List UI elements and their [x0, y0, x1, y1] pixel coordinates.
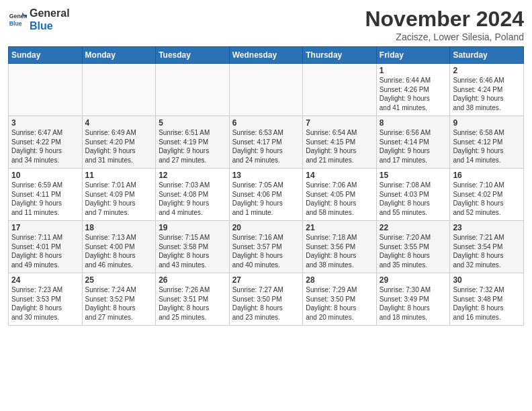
calendar-cell: 10Sunrise: 6:59 AMSunset: 4:11 PMDayligh… — [9, 169, 83, 221]
day-number: 21 — [306, 223, 373, 232]
day-number: 27 — [232, 275, 300, 285]
cell-content: Sunrise: 6:46 AMSunset: 4:24 PMDaylight:… — [453, 76, 521, 112]
calendar-cell: 30Sunrise: 7:32 AMSunset: 3:48 PMDayligh… — [450, 273, 524, 326]
calendar-cell: 14Sunrise: 7:06 AMSunset: 4:05 PMDayligh… — [303, 169, 377, 221]
cell-content: Sunrise: 6:51 AMSunset: 4:19 PMDaylight:… — [159, 128, 226, 165]
day-number: 25 — [85, 275, 153, 285]
month-title: November 2024 — [365, 7, 524, 32]
title-block: November 2024 Zacisze, Lower Silesia, Po… — [365, 7, 524, 42]
header-row: SundayMondayTuesdayWednesdayThursdayFrid… — [9, 47, 524, 64]
day-number: 29 — [380, 275, 447, 285]
calendar-cell: 22Sunrise: 7:20 AMSunset: 3:55 PMDayligh… — [376, 221, 450, 273]
calendar-cell: 26Sunrise: 7:26 AMSunset: 3:51 PMDayligh… — [156, 273, 230, 326]
cell-content: Sunrise: 7:23 AMSunset: 3:53 PMDaylight:… — [11, 285, 79, 322]
calendar-cell: 19Sunrise: 7:15 AMSunset: 3:58 PMDayligh… — [156, 221, 230, 273]
calendar-cell: 13Sunrise: 7:05 AMSunset: 4:06 PMDayligh… — [229, 169, 303, 221]
day-number: 20 — [232, 223, 300, 232]
calendar-cell: 27Sunrise: 7:27 AMSunset: 3:50 PMDayligh… — [229, 273, 303, 326]
calendar-cell: 24Sunrise: 7:23 AMSunset: 3:53 PMDayligh… — [9, 273, 83, 326]
calendar-cell: 15Sunrise: 7:08 AMSunset: 4:03 PMDayligh… — [376, 169, 450, 221]
day-number: 4 — [85, 118, 153, 128]
calendar-cell: 2Sunrise: 6:46 AMSunset: 4:24 PMDaylight… — [450, 64, 524, 116]
cell-content: Sunrise: 7:20 AMSunset: 3:55 PMDaylight:… — [380, 233, 447, 269]
weekday-header: Monday — [82, 47, 156, 64]
day-number: 19 — [159, 223, 226, 232]
cell-content: Sunrise: 7:10 AMSunset: 4:02 PMDaylight:… — [453, 181, 521, 217]
logo-icon: General Blue — [8, 10, 27, 29]
calendar-cell: 20Sunrise: 7:16 AMSunset: 3:57 PMDayligh… — [229, 221, 303, 273]
day-number: 13 — [232, 171, 300, 180]
page-container: General Blue General Blue November 2024 … — [0, 0, 532, 330]
cell-content: Sunrise: 6:47 AMSunset: 4:22 PMDaylight:… — [11, 128, 79, 165]
day-number: 5 — [159, 118, 226, 128]
cell-content: Sunrise: 6:49 AMSunset: 4:20 PMDaylight:… — [85, 128, 153, 165]
calendar-cell: 7Sunrise: 6:54 AMSunset: 4:15 PMDaylight… — [303, 116, 377, 169]
calendar-table: SundayMondayTuesdayWednesdayThursdayFrid… — [8, 46, 524, 326]
cell-content: Sunrise: 6:58 AMSunset: 4:12 PMDaylight:… — [453, 128, 521, 165]
day-number: 10 — [11, 171, 79, 180]
calendar-cell — [156, 64, 230, 116]
calendar-cell — [9, 64, 83, 116]
day-number: 11 — [85, 171, 153, 180]
cell-content: Sunrise: 7:05 AMSunset: 4:06 PMDaylight:… — [232, 181, 300, 217]
day-number: 23 — [453, 223, 521, 232]
calendar-cell: 21Sunrise: 7:18 AMSunset: 3:56 PMDayligh… — [303, 221, 377, 273]
cell-content: Sunrise: 7:32 AMSunset: 3:48 PMDaylight:… — [453, 285, 521, 322]
cell-content: Sunrise: 7:01 AMSunset: 4:09 PMDaylight:… — [85, 181, 153, 217]
location: Zacisze, Lower Silesia, Poland — [365, 32, 524, 42]
cell-content: Sunrise: 7:18 AMSunset: 3:56 PMDaylight:… — [306, 233, 373, 269]
cell-content: Sunrise: 7:21 AMSunset: 3:54 PMDaylight:… — [453, 233, 521, 269]
cell-content: Sunrise: 7:06 AMSunset: 4:05 PMDaylight:… — [306, 181, 373, 217]
cell-content: Sunrise: 7:29 AMSunset: 3:50 PMDaylight:… — [306, 285, 373, 322]
calendar-cell: 28Sunrise: 7:29 AMSunset: 3:50 PMDayligh… — [303, 273, 377, 326]
calendar-cell: 3Sunrise: 6:47 AMSunset: 4:22 PMDaylight… — [9, 116, 83, 169]
day-number: 14 — [306, 171, 373, 180]
cell-content: Sunrise: 7:16 AMSunset: 3:57 PMDaylight:… — [232, 233, 300, 269]
logo-general: General — [30, 7, 70, 19]
calendar-cell — [82, 64, 156, 116]
day-number: 9 — [453, 118, 521, 128]
calendar-cell: 23Sunrise: 7:21 AMSunset: 3:54 PMDayligh… — [450, 221, 524, 273]
calendar-cell: 8Sunrise: 6:56 AMSunset: 4:14 PMDaylight… — [376, 116, 450, 169]
cell-content: Sunrise: 7:24 AMSunset: 3:52 PMDaylight:… — [85, 285, 153, 322]
day-number: 16 — [453, 171, 521, 180]
calendar-cell: 5Sunrise: 6:51 AMSunset: 4:19 PMDaylight… — [156, 116, 230, 169]
weekday-header: Wednesday — [229, 47, 303, 64]
weekday-header: Sunday — [9, 47, 83, 64]
day-number: 15 — [380, 171, 447, 180]
calendar-week-row: 10Sunrise: 6:59 AMSunset: 4:11 PMDayligh… — [9, 169, 524, 221]
calendar-cell: 6Sunrise: 6:53 AMSunset: 4:17 PMDaylight… — [229, 116, 303, 169]
weekday-header: Thursday — [303, 47, 377, 64]
weekday-header: Tuesday — [156, 47, 230, 64]
svg-text:Blue: Blue — [9, 20, 22, 27]
calendar-cell: 25Sunrise: 7:24 AMSunset: 3:52 PMDayligh… — [82, 273, 156, 326]
calendar-cell: 16Sunrise: 7:10 AMSunset: 4:02 PMDayligh… — [450, 169, 524, 221]
calendar-cell: 4Sunrise: 6:49 AMSunset: 4:20 PMDaylight… — [82, 116, 156, 169]
calendar-body: 1Sunrise: 6:44 AMSunset: 4:26 PMDaylight… — [9, 64, 524, 326]
calendar-week-row: 17Sunrise: 7:11 AMSunset: 4:01 PMDayligh… — [9, 221, 524, 273]
day-number: 3 — [11, 118, 79, 128]
day-number: 26 — [159, 275, 226, 285]
day-number: 8 — [380, 118, 447, 128]
calendar-cell: 29Sunrise: 7:30 AMSunset: 3:49 PMDayligh… — [376, 273, 450, 326]
day-number: 6 — [232, 118, 300, 128]
day-number: 24 — [11, 275, 79, 285]
day-number: 18 — [85, 223, 153, 232]
cell-content: Sunrise: 7:27 AMSunset: 3:50 PMDaylight:… — [232, 285, 300, 322]
cell-content: Sunrise: 7:11 AMSunset: 4:01 PMDaylight:… — [11, 233, 79, 269]
calendar-cell: 1Sunrise: 6:44 AMSunset: 4:26 PMDaylight… — [376, 64, 450, 116]
calendar-cell: 18Sunrise: 7:13 AMSunset: 4:00 PMDayligh… — [82, 221, 156, 273]
cell-content: Sunrise: 7:26 AMSunset: 3:51 PMDaylight:… — [159, 285, 226, 322]
cell-content: Sunrise: 6:44 AMSunset: 4:26 PMDaylight:… — [380, 76, 447, 112]
weekday-header: Friday — [376, 47, 450, 64]
svg-text:General: General — [9, 13, 27, 19]
calendar-cell — [303, 64, 377, 116]
day-number: 22 — [380, 223, 447, 232]
day-number: 1 — [380, 66, 447, 75]
cell-content: Sunrise: 7:30 AMSunset: 3:49 PMDaylight:… — [380, 285, 447, 322]
day-number: 2 — [453, 66, 521, 75]
calendar-cell: 17Sunrise: 7:11 AMSunset: 4:01 PMDayligh… — [9, 221, 83, 273]
calendar-cell: 11Sunrise: 7:01 AMSunset: 4:09 PMDayligh… — [82, 169, 156, 221]
calendar-week-row: 3Sunrise: 6:47 AMSunset: 4:22 PMDaylight… — [9, 116, 524, 169]
page-header: General Blue General Blue November 2024 … — [8, 7, 524, 42]
